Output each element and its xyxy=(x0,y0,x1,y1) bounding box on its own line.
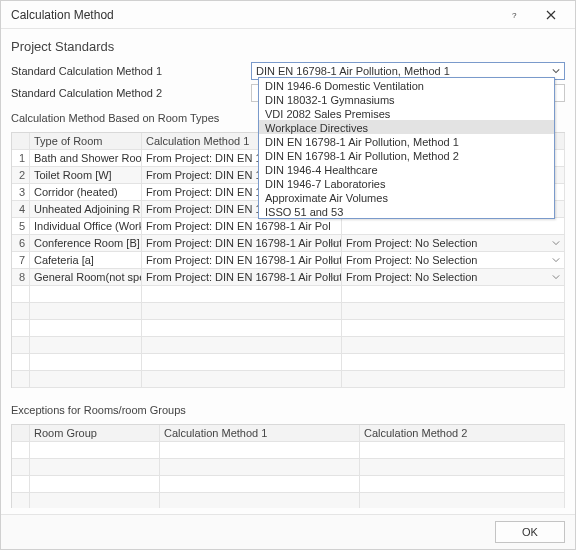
dropdown-option[interactable]: ISSO 51 and 53 xyxy=(259,204,554,218)
std2-label: Standard Calculation Method 2 xyxy=(11,87,251,99)
row-type: Individual Office (Working Pla… xyxy=(30,218,142,235)
dropdown-option[interactable]: VDI 2082 Sales Premises xyxy=(259,106,554,120)
std1-value: DIN EN 16798-1 Air Pollution, Method 1 xyxy=(256,65,450,77)
row-m2[interactable]: From Project: No Selection xyxy=(342,269,565,286)
chevron-down-icon[interactable] xyxy=(550,271,562,283)
chevron-down-icon[interactable] xyxy=(327,271,339,283)
row-type: Bath and Shower Room (Priv… xyxy=(30,150,142,167)
col-idx[interactable] xyxy=(12,133,30,150)
table-row[interactable]: 7Cafeteria [a]From Project: DIN EN 16798… xyxy=(12,252,565,269)
table-row[interactable]: 5Individual Office (Working Pla…From Pro… xyxy=(12,218,565,235)
exceptions-grid: Room Group Calculation Method 1 Calculat… xyxy=(11,424,565,508)
row-m1[interactable]: From Project: DIN EN 16798-1 Air Polluti… xyxy=(142,269,342,286)
row-type: Cafeteria [a] xyxy=(30,252,142,269)
table-row xyxy=(12,476,565,493)
row-m1[interactable]: From Project: DIN EN 16798-1 Air Polluti… xyxy=(142,235,342,252)
table-row[interactable]: 8General Room(not specified)From Project… xyxy=(12,269,565,286)
chevron-down-icon[interactable] xyxy=(327,254,339,266)
table-row xyxy=(12,354,565,371)
row-m2[interactable]: From Project: No Selection xyxy=(342,252,565,269)
project-standards-title: Project Standards xyxy=(11,39,565,54)
table-row xyxy=(12,442,565,459)
dropdown-option[interactable]: DIN 18032-1 Gymnasiums xyxy=(259,92,554,106)
table-row xyxy=(12,320,565,337)
row-idx: 4 xyxy=(12,201,30,218)
row-m1[interactable]: From Project: DIN EN 16798-1 Air Pol xyxy=(142,218,342,235)
row-idx: 8 xyxy=(12,269,30,286)
row-m2[interactable]: From Project: No Selection xyxy=(342,235,565,252)
window-title: Calculation Method xyxy=(11,8,497,22)
row-m2[interactable] xyxy=(342,218,565,235)
row-idx: 2 xyxy=(12,167,30,184)
table-row xyxy=(12,303,565,320)
ex-col-rg[interactable]: Room Group xyxy=(30,425,160,442)
row-idx: 3 xyxy=(12,184,30,201)
chevron-down-icon xyxy=(552,65,560,77)
dropdown-option[interactable]: DIN 1946-4 Healthcare xyxy=(259,162,554,176)
dropdown-option[interactable]: DIN 1946-6 Domestic Ventilation xyxy=(259,78,554,92)
dropdown-option[interactable]: Approximate Air Volumes xyxy=(259,190,554,204)
table-row[interactable]: 6Conference Room [B]From Project: DIN EN… xyxy=(12,235,565,252)
ex-col-m2[interactable]: Calculation Method 2 xyxy=(360,425,565,442)
std1-label: Standard Calculation Method 1 xyxy=(11,65,251,77)
row-m1[interactable]: From Project: DIN EN 16798-1 Air Polluti… xyxy=(142,252,342,269)
row-idx: 1 xyxy=(12,150,30,167)
row-type: Toilet Room [W] xyxy=(30,167,142,184)
dropdown-option[interactable]: DIN EN 16798-1 Air Pollution, Method 1 xyxy=(259,134,554,148)
table-row xyxy=(12,493,565,508)
table-row xyxy=(12,337,565,354)
row-type: Corridor (heated) xyxy=(30,184,142,201)
row-type: General Room(not specified) xyxy=(30,269,142,286)
dropdown-option[interactable]: Workplace Directives xyxy=(259,120,554,134)
dropdown-option[interactable]: DIN EN 16798-1 Air Pollution, Method 2 xyxy=(259,148,554,162)
table-row xyxy=(12,371,565,388)
row-type: Unheated Adjoining Room xyxy=(30,201,142,218)
chevron-down-icon[interactable] xyxy=(327,237,339,249)
exceptions-title: Exceptions for Rooms/room Groups xyxy=(11,404,565,416)
ex-col-m1[interactable]: Calculation Method 1 xyxy=(160,425,360,442)
row-idx: 5 xyxy=(12,218,30,235)
svg-text:?: ? xyxy=(512,10,517,19)
close-button[interactable] xyxy=(533,4,569,26)
ok-button[interactable]: OK xyxy=(495,521,565,543)
help-button[interactable]: ? xyxy=(497,4,533,26)
table-row xyxy=(12,459,565,476)
row-type: Conference Room [B] xyxy=(30,235,142,252)
chevron-down-icon[interactable] xyxy=(550,237,562,249)
chevron-down-icon[interactable] xyxy=(550,254,562,266)
table-row xyxy=(12,286,565,303)
dropdown-option[interactable]: DIN 1946-7 Laboratories xyxy=(259,176,554,190)
ex-col-idx[interactable] xyxy=(12,425,30,442)
std1-dropdown-list[interactable]: DIN 1946-6 Domestic VentilationDIN 18032… xyxy=(258,77,555,219)
row-idx: 7 xyxy=(12,252,30,269)
row-idx: 6 xyxy=(12,235,30,252)
col-type[interactable]: Type of Room xyxy=(30,133,142,150)
